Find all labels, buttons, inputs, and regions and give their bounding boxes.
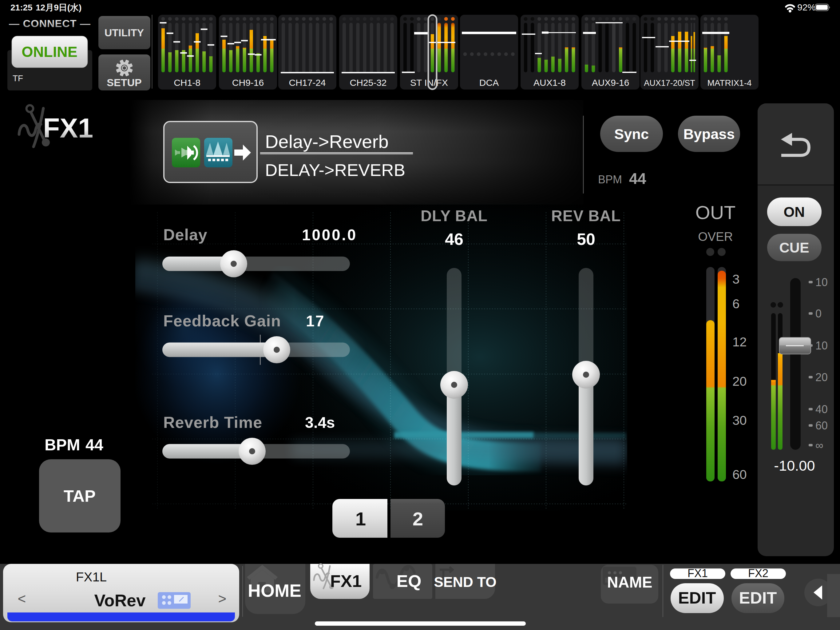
- svg-text:1: 1: [355, 508, 366, 529]
- svg-text:1000.0: 1000.0: [302, 226, 357, 244]
- svg-text:21:25: 21:25: [11, 3, 33, 12]
- svg-text:CH17-24: CH17-24: [289, 78, 325, 88]
- svg-text:12: 12: [733, 335, 747, 349]
- svg-text:FX1: FX1: [687, 567, 708, 579]
- svg-text:12月9日(水): 12月9日(水): [36, 3, 82, 12]
- svg-text:60: 60: [733, 467, 747, 482]
- svg-text:17: 17: [306, 313, 325, 330]
- svg-text:FX1L: FX1L: [76, 570, 107, 584]
- svg-text:Reverb Time: Reverb Time: [163, 413, 262, 431]
- svg-text:44: 44: [85, 436, 103, 454]
- svg-text:FX1: FX1: [330, 571, 362, 590]
- svg-text:50: 50: [577, 230, 595, 248]
- svg-text:TAP: TAP: [64, 487, 96, 505]
- svg-text:30: 30: [733, 413, 747, 427]
- svg-text:EDIT: EDIT: [739, 589, 777, 607]
- svg-text:ONLINE: ONLINE: [22, 44, 77, 60]
- svg-text:10: 10: [815, 339, 828, 352]
- svg-text:FX1: FX1: [43, 112, 93, 143]
- svg-text:<: <: [18, 590, 26, 606]
- svg-text:AUX9-16: AUX9-16: [592, 78, 629, 88]
- svg-text:CH25-32: CH25-32: [350, 78, 387, 88]
- svg-text:Delay: Delay: [163, 226, 208, 244]
- svg-text:FX2: FX2: [748, 567, 768, 579]
- svg-text:EQ: EQ: [396, 571, 422, 590]
- svg-text:20: 20: [733, 374, 747, 388]
- svg-text:0: 0: [815, 307, 821, 320]
- svg-text:SEND TO: SEND TO: [434, 574, 497, 590]
- svg-text:-10.00: -10.00: [774, 457, 815, 474]
- svg-text:AUX1-8: AUX1-8: [534, 78, 566, 88]
- svg-text:— CONNECT —: — CONNECT —: [9, 17, 91, 29]
- svg-text:AUX17-20/ST: AUX17-20/ST: [644, 78, 695, 88]
- svg-text:Delay->Reverb: Delay->Reverb: [265, 131, 388, 152]
- svg-text:10: 10: [815, 276, 828, 288]
- svg-text:Feedback Gain: Feedback Gain: [163, 312, 281, 330]
- svg-text:2: 2: [413, 508, 423, 529]
- svg-text:∞: ∞: [815, 439, 823, 451]
- svg-text:OUT: OUT: [695, 202, 736, 223]
- svg-text:3.4s: 3.4s: [305, 414, 335, 431]
- svg-text:SETUP: SETUP: [107, 77, 141, 88]
- svg-text:REV BAL: REV BAL: [551, 207, 621, 225]
- svg-text:3: 3: [733, 272, 739, 287]
- svg-text:CUE: CUE: [779, 240, 809, 256]
- svg-text:Sync: Sync: [614, 126, 649, 142]
- svg-text:BPM: BPM: [598, 173, 622, 186]
- svg-text:46: 46: [445, 230, 463, 248]
- svg-text:>: >: [218, 590, 227, 606]
- svg-text:44: 44: [629, 170, 646, 187]
- svg-text:Bypass: Bypass: [683, 126, 734, 142]
- svg-text:BPM: BPM: [44, 436, 80, 454]
- svg-text:CH9-16: CH9-16: [232, 78, 264, 88]
- svg-text:VoRev: VoRev: [94, 591, 146, 610]
- svg-text:ON: ON: [784, 204, 805, 220]
- svg-text:60: 60: [815, 419, 828, 432]
- svg-text:TF: TF: [13, 73, 23, 83]
- svg-text:OVER: OVER: [698, 230, 733, 243]
- svg-text:40: 40: [815, 403, 828, 416]
- svg-text:20: 20: [815, 371, 828, 384]
- svg-text:EDIT: EDIT: [678, 589, 716, 607]
- svg-text:DCA: DCA: [479, 78, 499, 88]
- svg-text:HOME: HOME: [248, 581, 301, 600]
- svg-text:DLY BAL: DLY BAL: [421, 207, 488, 225]
- svg-text:MATRIX1-4: MATRIX1-4: [707, 78, 752, 88]
- svg-text:NAME: NAME: [607, 574, 652, 591]
- svg-text:6: 6: [733, 296, 739, 311]
- svg-text:92%: 92%: [797, 2, 816, 12]
- svg-text:UTILITY: UTILITY: [104, 27, 144, 38]
- svg-text:CH1-8: CH1-8: [174, 78, 201, 88]
- svg-text:DELAY->REVERB: DELAY->REVERB: [265, 160, 405, 180]
